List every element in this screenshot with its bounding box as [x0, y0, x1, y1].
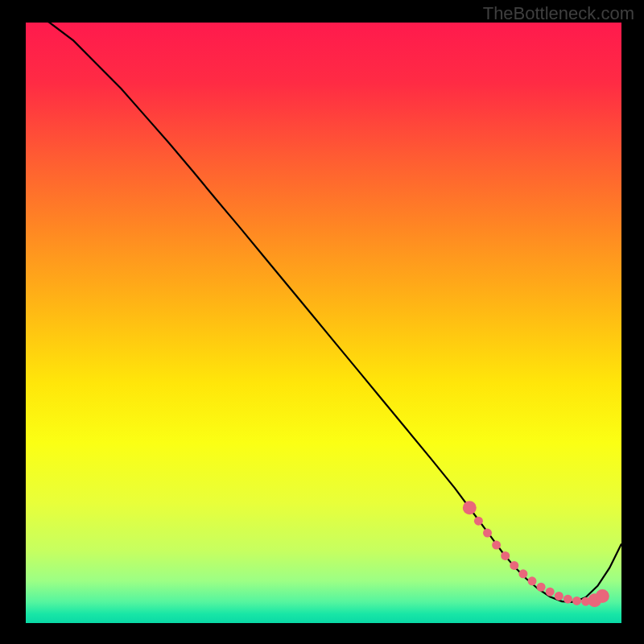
- marker-dot: [537, 583, 546, 592]
- marker-dot: [564, 595, 572, 604]
- watermark-label: TheBottleneck.com: [483, 3, 634, 24]
- marker-dot: [501, 551, 510, 560]
- marker-dot: [474, 517, 483, 526]
- plot-area: [26, 23, 621, 623]
- marker-dot: [518, 569, 527, 578]
- chart-svg: [26, 23, 621, 623]
- marker-dot: [546, 588, 555, 597]
- marker-dot-large: [463, 501, 477, 514]
- gradient-background: [26, 23, 621, 623]
- chart-container: TheBottleneck.com: [0, 0, 644, 644]
- marker-dot: [555, 592, 564, 601]
- marker-dot: [528, 576, 537, 585]
- marker-dot: [483, 529, 492, 538]
- marker-dot-large: [596, 589, 609, 603]
- marker-dot: [492, 541, 501, 550]
- marker-dot: [510, 561, 518, 570]
- marker-dot: [572, 597, 581, 605]
